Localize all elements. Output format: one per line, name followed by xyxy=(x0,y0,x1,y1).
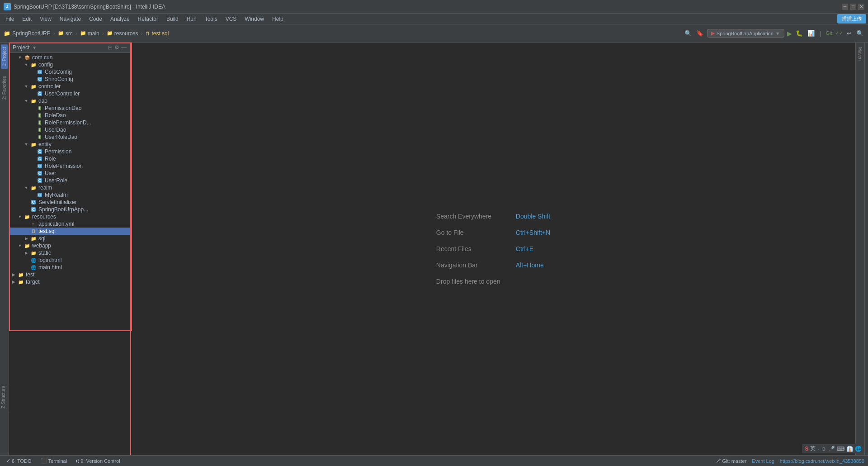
tree-label: UserController xyxy=(45,90,80,97)
collapse-all-icon[interactable]: ⊟ xyxy=(108,44,113,51)
search-everywhere-icon[interactable]: 🔍 xyxy=(684,29,693,38)
hide-panel-icon[interactable]: — xyxy=(121,44,127,51)
run-button[interactable]: ▶ xyxy=(787,30,792,37)
cn-keyboard-icon[interactable]: ⌨ xyxy=(837,446,844,452)
menu-analyze[interactable]: Analyze xyxy=(107,15,133,23)
tree-item[interactable]: CRolePermission xyxy=(9,162,130,170)
tree-item[interactable]: ▼📁webapp xyxy=(9,242,130,249)
menu-help[interactable]: Help xyxy=(269,15,287,23)
tree-item[interactable]: CPermission xyxy=(9,148,130,155)
event-log-link[interactable]: Event Log xyxy=(752,458,774,464)
coverage-button[interactable]: 📊 xyxy=(807,29,816,38)
tree-item[interactable]: CUserController xyxy=(9,90,130,97)
menu-tools[interactable]: Tools xyxy=(201,15,221,23)
tree-item[interactable]: ▼📦com.cun xyxy=(9,54,130,61)
menu-vcs[interactable]: VCS xyxy=(222,15,241,23)
tree-item[interactable]: ≡application.yml xyxy=(9,220,130,228)
menu-edit[interactable]: Edit xyxy=(19,15,35,23)
tree-label: login.html xyxy=(38,257,61,263)
run-config[interactable]: ▶ SpringBootUrpApplication ▼ xyxy=(707,29,784,38)
bookmark-icon[interactable]: 🔖 xyxy=(695,29,704,38)
close-button[interactable]: ✕ xyxy=(858,4,864,10)
tree-item[interactable]: IUserRoleDao xyxy=(9,133,130,141)
tree-item[interactable]: IUserDao xyxy=(9,126,130,133)
tree-item[interactable]: IPermissionDao xyxy=(9,105,130,112)
cn-s-icon[interactable]: S xyxy=(805,446,808,452)
main-layout: 1: Project 2: Favorites Project ▼ ⊟ ⚙ — … xyxy=(0,43,868,455)
tree-item[interactable]: ▶📁sql xyxy=(9,235,130,242)
tree-item[interactable]: CShiroConfig xyxy=(9,76,130,83)
settings-icon[interactable]: ⚙ xyxy=(114,44,119,51)
tree-label: test.sql xyxy=(38,228,56,234)
tree-item[interactable]: CSpringBootUrpApp... xyxy=(9,206,130,213)
hint-navigation-bar: Navigation Bar Alt+Home xyxy=(436,262,544,269)
tree-item[interactable]: CRole xyxy=(9,155,130,162)
maximize-button[interactable]: □ xyxy=(850,4,856,10)
tree-node-icon: I xyxy=(36,112,43,119)
maven-tab[interactable]: Maven xyxy=(857,44,863,63)
structure-tab-indicator[interactable]: Z-Structure xyxy=(0,384,9,412)
tree-item[interactable]: ▶📁static xyxy=(9,249,130,257)
terminal-tab[interactable]: ⬛ Terminal xyxy=(38,457,70,465)
project-panel-title: Project xyxy=(13,44,29,51)
tree-item[interactable]: ▼📁entity xyxy=(9,141,130,148)
tree-item[interactable]: 🌐main.html xyxy=(9,264,130,271)
breadcrumb-src[interactable]: 📁 src xyxy=(58,30,73,37)
debug-button[interactable]: 🐛 xyxy=(795,29,804,38)
cn-globe-icon[interactable]: 🌐 xyxy=(855,446,862,452)
tree-arrow: ▶ xyxy=(24,251,29,255)
project-dropdown-icon[interactable]: ▼ xyxy=(32,45,37,50)
tree-item[interactable]: CUserRole xyxy=(9,177,130,184)
minimize-button[interactable]: ─ xyxy=(842,4,848,10)
tree-item[interactable]: IRoleDao xyxy=(9,112,130,119)
breadcrumb-file[interactable]: 🗒 test.sql xyxy=(145,30,169,37)
tree-item[interactable]: CServletInitializer xyxy=(9,199,130,206)
tree-label: dao xyxy=(38,98,47,104)
version-control-tab[interactable]: ⑆ 9: Version Control xyxy=(73,457,123,465)
tree-item[interactable]: ▼📁controller xyxy=(9,83,130,90)
tree-arrow: ▼ xyxy=(24,84,29,89)
title-bar-controls[interactable]: ─ □ ✕ xyxy=(842,4,864,10)
todo-tab[interactable]: ✓ 6: TODO xyxy=(4,457,34,465)
tree-arrow: ▼ xyxy=(17,243,23,248)
sep3: › xyxy=(102,30,104,37)
status-url[interactable]: https://blog.csdn.net/weixin_43538859 xyxy=(780,458,864,464)
cn-shirt-icon[interactable]: 👔 xyxy=(846,446,853,452)
hint-search-everywhere: Search Everywhere Double Shift xyxy=(436,213,550,220)
menu-build[interactable]: Build xyxy=(163,15,182,23)
menu-view[interactable]: View xyxy=(36,15,55,23)
sidebar-tab-project[interactable]: 1: Project xyxy=(1,44,8,69)
tree-item[interactable]: ▶📁test xyxy=(9,271,130,278)
menu-navigate[interactable]: Navigate xyxy=(56,15,85,23)
menu-code[interactable]: Code xyxy=(85,15,106,23)
tree-item[interactable]: ▼📁realm xyxy=(9,184,130,191)
tree-item[interactable]: IRolePermissionD... xyxy=(9,119,130,126)
menu-run[interactable]: Run xyxy=(183,15,200,23)
cn-voice-icon[interactable]: 🎤 xyxy=(828,446,835,452)
run-config-dropdown[interactable]: ▼ xyxy=(775,31,780,36)
tree-item[interactable]: CUser xyxy=(9,170,130,177)
sidebar-tab-favorites[interactable]: 2: Favorites xyxy=(1,73,8,102)
tree-item[interactable]: CMyRealm xyxy=(9,191,130,199)
tree-item[interactable]: ▶📁target xyxy=(9,278,130,285)
breadcrumb-resources[interactable]: 📁 resources xyxy=(107,30,138,37)
search-button[interactable]: 🔍 xyxy=(855,29,864,38)
undo-button[interactable]: ↩ xyxy=(846,29,853,38)
bottom-right: ⎇ Git: master Event Log https://blog.csd… xyxy=(715,458,864,464)
menu-file[interactable]: File xyxy=(2,15,18,23)
tree-item[interactable]: CCorsConfig xyxy=(9,68,130,76)
upload-button[interactable]: 插插上传 xyxy=(837,14,866,24)
tree-label: static xyxy=(38,250,51,256)
editor-area[interactable]: Search Everywhere Double Shift Go to Fil… xyxy=(131,43,855,455)
menu-refactor[interactable]: Refactor xyxy=(134,15,162,23)
tree-item[interactable]: ▼📁config xyxy=(9,61,130,68)
menu-window[interactable]: Window xyxy=(241,15,268,23)
tree-item[interactable]: 🌐login.html xyxy=(9,257,130,264)
tree-item[interactable]: 🗒test.sql xyxy=(9,228,130,235)
breadcrumb-main[interactable]: 📁 main xyxy=(80,30,99,37)
cn-lang-icon[interactable]: 英 xyxy=(810,445,816,452)
cn-emoji-icon[interactable]: ☺ xyxy=(821,446,826,452)
tree-item[interactable]: ▼📁dao xyxy=(9,97,130,105)
tree-item[interactable]: ▼📁resources xyxy=(9,213,130,220)
vc-label: 9: Version Control xyxy=(80,458,120,464)
